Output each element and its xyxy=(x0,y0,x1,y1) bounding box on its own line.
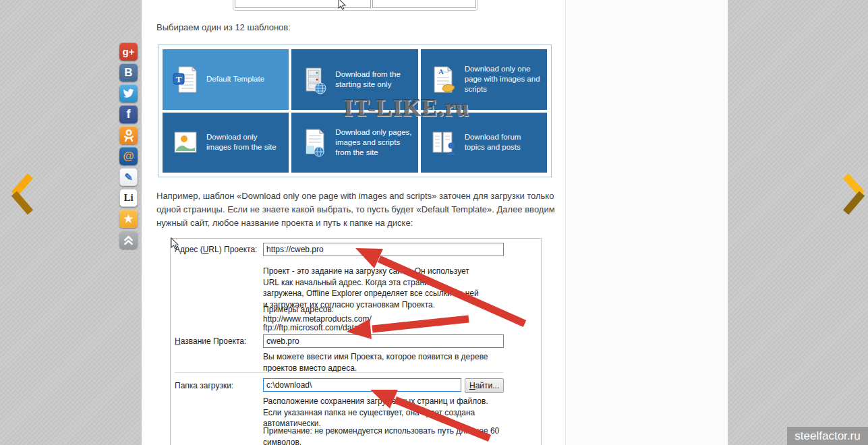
livejournal-button[interactable]: ✎ xyxy=(119,168,138,186)
article-paragraph: Например, шаблон «Download only one page… xyxy=(156,189,556,230)
star-icon: ★ xyxy=(123,212,133,225)
page: Выбираем один из 12 шаблонов: T Default … xyxy=(0,0,868,445)
project-wizard-dialog: Адрес (URL) Проекта: Проект - это задани… xyxy=(170,238,542,445)
tile-label: Download only one page with images and s… xyxy=(465,64,542,94)
odnoklassniki-person-icon xyxy=(123,129,135,142)
download-folder-input[interactable] xyxy=(263,378,461,392)
tile-label: Download only pages, images and scripts … xyxy=(335,127,412,158)
project-name-description: Вы можете ввести имя Проекта, которое по… xyxy=(263,351,503,374)
forum-book-icon xyxy=(430,127,457,158)
prev-page-arrow[interactable] xyxy=(5,173,36,217)
example-url-2: ftp://ftp.microsoft.com/data/ xyxy=(263,322,361,334)
twitter-button[interactable] xyxy=(119,84,138,102)
site-watermark: IT-LIKE.ru xyxy=(343,95,471,122)
tile-label: Default Template xyxy=(206,74,264,84)
top-cropped-field-right[interactable] xyxy=(372,0,476,8)
tile-label: Download forum topics and posts xyxy=(465,132,542,152)
server-globe-icon xyxy=(301,64,328,95)
tile-download-images[interactable]: Download only images from the site xyxy=(163,113,289,173)
facebook-button[interactable]: f xyxy=(119,105,138,123)
facebook-icon: f xyxy=(127,107,131,121)
svg-text:A: A xyxy=(438,67,444,76)
section-divider xyxy=(175,372,503,373)
vkontakte-icon: B xyxy=(124,66,132,80)
svg-text:T: T xyxy=(176,74,182,84)
tile-default-template[interactable]: T Default Template xyxy=(163,49,289,110)
next-page-arrow[interactable] xyxy=(840,173,868,217)
liveinternet-button[interactable]: Li xyxy=(119,189,138,207)
bookmarks-button[interactable]: ★ xyxy=(119,210,138,228)
url-label: Адрес (URL) Проекта: xyxy=(175,245,257,254)
chevrons-up-icon xyxy=(122,234,135,246)
corner-watermark: steelfactor.ru xyxy=(787,427,868,445)
twitter-bird-icon xyxy=(123,88,134,99)
page-globe-icon xyxy=(301,127,328,158)
vkontakte-button[interactable]: B xyxy=(119,63,138,82)
project-name-label: Название Проекта: xyxy=(175,336,246,346)
download-folder-label: Папка загрузки: xyxy=(175,381,233,390)
tile-label: Download only images from the site xyxy=(206,132,283,152)
page-script-icon: A xyxy=(430,64,457,95)
path-length-note: Примечание: не рекомендуется использоват… xyxy=(263,425,540,445)
mail-ru-at-icon: @ xyxy=(123,150,134,163)
intro-text: Выбираем один из 12 шаблонов: xyxy=(156,22,291,32)
project-name-input[interactable] xyxy=(263,334,504,348)
top-cropped-field-left[interactable] xyxy=(235,0,371,8)
odnoklassniki-button[interactable] xyxy=(119,126,138,144)
livejournal-pencil-icon: ✎ xyxy=(124,171,133,183)
document-t-icon: T xyxy=(172,64,199,95)
scroll-top-button[interactable] xyxy=(119,231,138,249)
social-share-bar: g+ B f @ ✎ Li ★ xyxy=(119,42,138,249)
sidebar-column xyxy=(565,0,728,445)
download-folder-description: Расположение сохранения загруженных стра… xyxy=(263,396,496,429)
browse-button[interactable]: Найти... xyxy=(465,378,504,393)
google-plus-icon: g+ xyxy=(123,46,135,57)
tile-label: Download from the starting site only xyxy=(335,69,412,90)
mail-ru-button[interactable]: @ xyxy=(119,147,138,165)
liveinternet-icon: Li xyxy=(123,192,133,204)
picture-icon xyxy=(172,127,199,158)
url-input[interactable] xyxy=(263,243,504,256)
google-plus-button[interactable]: g+ xyxy=(119,42,138,61)
